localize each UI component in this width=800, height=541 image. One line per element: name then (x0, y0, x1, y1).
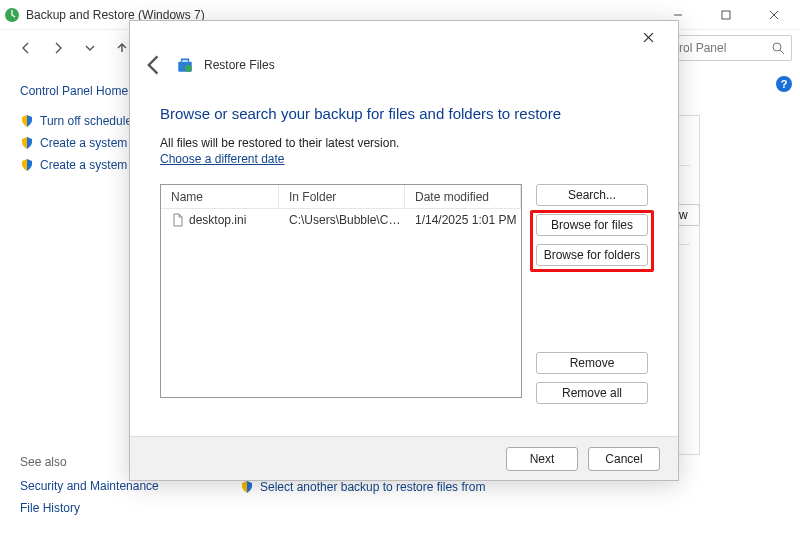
dialog-titlebar (130, 21, 678, 53)
nav-forward-button[interactable] (46, 36, 70, 60)
restore-files-icon (176, 56, 194, 74)
dialog-headline: Browse or search your backup for files a… (160, 105, 648, 122)
column-date-modified[interactable]: Date modified (405, 185, 521, 208)
file-row-date: 1/14/2025 1:01 PM (405, 213, 521, 227)
see-also-file-history[interactable]: File History (20, 501, 159, 515)
svg-line-7 (780, 50, 784, 54)
dialog-back-button[interactable] (142, 53, 166, 77)
browse-for-folders-button[interactable]: Browse for folders (536, 244, 648, 266)
nav-history-dropdown[interactable] (78, 36, 102, 60)
help-icon[interactable]: ? (776, 76, 792, 92)
search-icon (771, 41, 785, 55)
select-another-backup-link[interactable]: Select another backup to restore files f… (240, 480, 485, 494)
svg-point-6 (773, 43, 781, 51)
dialog-footer: Next Cancel (130, 436, 678, 480)
see-also-security-maintenance[interactable]: Security and Maintenance (20, 479, 159, 493)
shield-icon (20, 136, 34, 150)
column-name[interactable]: Name (161, 185, 279, 208)
shield-icon (20, 114, 34, 128)
svg-rect-2 (722, 11, 730, 19)
nav-back-button[interactable] (14, 36, 38, 60)
file-row-name: desktop.ini (161, 213, 279, 227)
file-list[interactable]: Name In Folder Date modified desktop.ini… (160, 184, 522, 398)
remove-all-button[interactable]: Remove all (536, 382, 648, 404)
file-list-header: Name In Folder Date modified (161, 185, 521, 209)
dialog-title: Restore Files (204, 58, 275, 72)
choose-different-date-link[interactable]: Choose a different date (160, 152, 285, 166)
search-control-panel[interactable]: ntrol Panel (662, 35, 792, 61)
file-area: Name In Folder Date modified desktop.ini… (160, 184, 648, 404)
restore-files-dialog: Restore Files Browse or search your back… (129, 20, 679, 481)
maximize-button[interactable] (704, 1, 748, 29)
column-in-folder[interactable]: In Folder (279, 185, 405, 208)
action-buttons-column: Search... Browse for files Browse for fo… (536, 184, 648, 404)
dialog-close-button[interactable] (626, 23, 670, 51)
dialog-header: Restore Files (130, 53, 678, 83)
browse-for-files-button[interactable]: Browse for files (536, 214, 648, 236)
cancel-button[interactable]: Cancel (588, 447, 660, 471)
next-button[interactable]: Next (506, 447, 578, 471)
shield-icon (240, 480, 254, 494)
sidebar-item-label: Turn off schedule (40, 114, 132, 128)
dialog-body: Browse or search your backup for files a… (130, 83, 678, 404)
shield-icon (20, 158, 34, 172)
select-another-backup-label: Select another backup to restore files f… (260, 480, 485, 494)
remove-button[interactable]: Remove (536, 352, 648, 374)
file-row-folder: C:\Users\Bubble\Cont... (279, 213, 405, 227)
search-button[interactable]: Search... (536, 184, 648, 206)
file-name: desktop.ini (189, 213, 246, 227)
file-icon (171, 213, 185, 227)
dialog-subtext: All files will be restored to their late… (160, 136, 648, 150)
svg-point-11 (185, 65, 192, 72)
file-row[interactable]: desktop.ini C:\Users\Bubble\Cont... 1/14… (161, 209, 521, 231)
close-button[interactable] (752, 1, 796, 29)
backup-restore-icon (4, 7, 20, 23)
search-placeholder: ntrol Panel (669, 41, 771, 55)
